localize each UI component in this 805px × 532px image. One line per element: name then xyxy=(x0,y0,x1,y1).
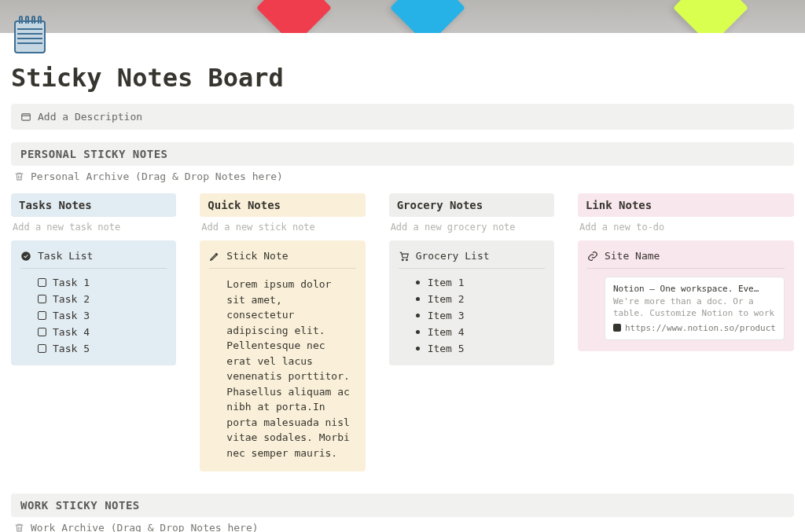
bookmark-desc: We're more than a doc. Or a table. Custo… xyxy=(613,296,776,320)
bookmark-url: https://www.notion.so/product xyxy=(625,323,776,333)
column-grocery-notes: Grocery Notes Add a new grocery note Gro… xyxy=(389,193,554,471)
archive-label: Personal Archive (Drag & Drop Notes here… xyxy=(31,171,283,182)
task-item[interactable]: Task 5 xyxy=(20,343,167,354)
checkbox-icon[interactable] xyxy=(38,311,46,320)
trash-icon xyxy=(14,171,24,182)
note-card[interactable]: Task List Task 1 Task 2 Task 3 Task 4 Ta… xyxy=(11,240,176,365)
svg-point-3 xyxy=(406,259,407,260)
task-item[interactable]: Task 2 xyxy=(20,293,167,305)
checkbox-icon[interactable] xyxy=(38,328,46,336)
archive-work[interactable]: Work Archive (Drag & Drop Notes here) xyxy=(14,522,791,532)
cart-icon xyxy=(399,251,410,262)
note-card[interactable]: Site Name Notion – One workspace. Eve… W… xyxy=(578,240,794,351)
list-item: Item 1 xyxy=(416,277,545,288)
page-title[interactable]: Sticky Notes Board xyxy=(11,63,794,93)
list-item: Item 4 xyxy=(416,326,545,338)
list-item: Item 2 xyxy=(416,293,545,305)
check-circle-icon xyxy=(20,251,31,262)
archive-label: Work Archive (Drag & Drop Notes here) xyxy=(31,522,259,532)
page-icon[interactable] xyxy=(11,11,49,53)
svg-rect-0 xyxy=(22,113,31,119)
note-body: Lorem ipsum dolor sit amet, consectetur … xyxy=(209,277,355,460)
bookmark[interactable]: Notion – One workspace. Eve… We're more … xyxy=(605,277,785,340)
column-heading: Grocery Notes xyxy=(389,193,554,217)
link-icon xyxy=(587,251,598,262)
column-heading: Link Notes xyxy=(578,193,794,217)
task-item[interactable]: Task 3 xyxy=(20,310,167,321)
board-personal: Tasks Notes Add a new task note Task Lis… xyxy=(11,193,794,471)
add-note-placeholder[interactable]: Add a new to-do xyxy=(578,217,794,240)
column-tasks-notes: Tasks Notes Add a new task note Task Lis… xyxy=(11,193,176,471)
card-title-text: Stick Note xyxy=(226,250,288,262)
checkbox-icon[interactable] xyxy=(38,278,46,287)
favicon-icon xyxy=(613,324,621,332)
list-item: Item 5 xyxy=(416,343,545,354)
add-note-placeholder[interactable]: Add a new task note xyxy=(11,217,176,240)
checkbox-icon[interactable] xyxy=(38,295,46,303)
archive-personal[interactable]: Personal Archive (Drag & Drop Notes here… xyxy=(14,171,791,182)
column-heading: Quick Notes xyxy=(200,193,365,217)
note-card[interactable]: Grocery List Item 1 Item 2 Item 3 Item 4… xyxy=(389,240,554,365)
column-heading: Tasks Notes xyxy=(11,193,176,217)
task-item[interactable]: Task 4 xyxy=(20,326,167,338)
cover-image xyxy=(0,0,805,33)
note-card[interactable]: Stick Note Lorem ipsum dolor sit amet, c… xyxy=(200,240,365,471)
column-link-notes: Link Notes Add a new to-do Site Name Not… xyxy=(578,193,794,471)
svg-point-2 xyxy=(402,259,403,260)
section-heading-personal: PERSONAL STICKY NOTES xyxy=(11,142,794,166)
svg-point-1 xyxy=(21,251,31,261)
pencil-icon xyxy=(209,251,220,262)
checkbox-icon[interactable] xyxy=(38,344,46,353)
add-note-placeholder[interactable]: Add a new grocery note xyxy=(389,217,554,240)
card-title-text: Grocery List xyxy=(416,250,490,262)
description-callout[interactable]: Add a Description xyxy=(11,104,794,130)
description-placeholder: Add a Description xyxy=(38,111,142,123)
task-item[interactable]: Task 1 xyxy=(20,277,167,288)
add-note-placeholder[interactable]: Add a new stick note xyxy=(200,217,365,240)
trash-icon xyxy=(14,523,24,532)
callout-icon xyxy=(20,112,31,123)
card-title-text: Site Name xyxy=(605,250,660,262)
card-title-text: Task List xyxy=(38,250,93,262)
section-heading-work: WORK STICKY NOTES xyxy=(11,493,794,517)
column-quick-notes: Quick Notes Add a new stick note Stick N… xyxy=(200,193,365,471)
bookmark-title: Notion – One workspace. Eve… xyxy=(613,284,776,294)
list-item: Item 3 xyxy=(416,310,545,321)
